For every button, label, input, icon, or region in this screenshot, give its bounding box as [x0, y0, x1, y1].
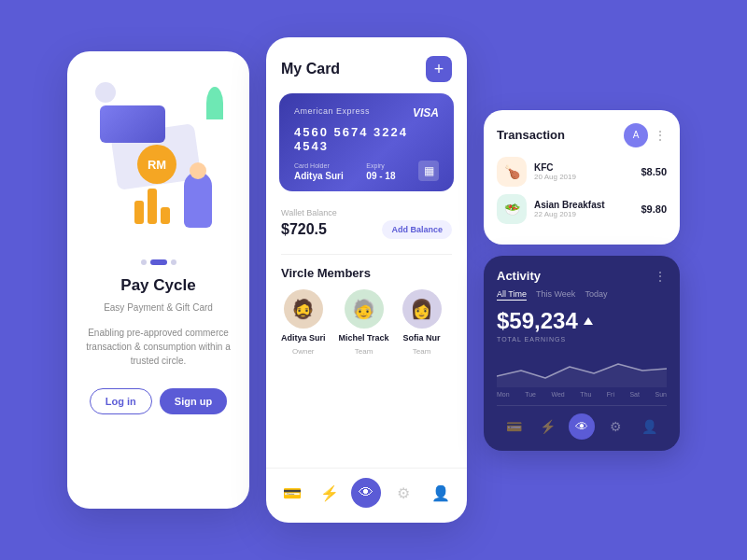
wallet-label: Wallet Balance	[281, 208, 452, 217]
day-sat: Sat	[629, 391, 640, 398]
activity-header: Activity ⋮	[497, 269, 667, 284]
mini-card-illustration	[100, 105, 165, 143]
day-thu: Thu	[580, 391, 591, 398]
member-role-3: Team	[413, 347, 431, 356]
activity-chart	[497, 350, 667, 387]
transaction-item-kfc: 🍗 KFC 20 Aug 2019 $8.50	[497, 157, 667, 187]
right-panel: Transaction A ⋮ 🍗 KFC 20 Aug 2019 $8.50 …	[484, 110, 680, 451]
member-name-1: Aditya Suri	[281, 333, 326, 343]
member-avatar-1: 🧔	[284, 289, 323, 329]
members-section: Vircle Members 🧔 Aditya Suri Owner 🧓 Mic…	[266, 260, 467, 365]
day-mon: Mon	[497, 391, 510, 398]
card-holder-name: Aditya Suri	[294, 171, 344, 181]
activity-menu-button[interactable]: ⋮	[654, 269, 667, 284]
signup-button[interactable]: Sign up	[160, 388, 227, 414]
day-wed: Wed	[551, 391, 564, 398]
member-name-3: Sofia Nur	[403, 333, 441, 343]
pay-cycle-subtitle: Easy Payment & Gift Card	[104, 301, 213, 315]
dot-3	[171, 259, 176, 265]
add-balance-button[interactable]: Add Balance	[382, 220, 452, 239]
txn-name-kfc: KFC	[534, 162, 633, 173]
chart-days: Mon Tue Wed Thu Fri Sat Sun	[497, 391, 667, 398]
activity-nav-profile[interactable]: 👤	[637, 413, 663, 440]
transaction-header: Transaction A ⋮	[497, 123, 667, 147]
qr-icon: ▦	[424, 164, 434, 177]
my-card-title: My Card	[281, 61, 340, 77]
card-number: 4560 5674 3224 4543	[294, 125, 439, 153]
member-item: 🧔 Aditya Suri Owner	[281, 289, 326, 356]
member-item: 🧓 Michel Track Team	[339, 289, 389, 356]
page-dots	[141, 259, 176, 265]
person-illustration	[184, 172, 212, 228]
pay-cycle-illustration: RM	[86, 77, 231, 250]
wallet-amount: $720.5	[281, 221, 327, 238]
activity-nav-pulse[interactable]: ⚡	[535, 413, 561, 440]
nav-profile-icon[interactable]: 👤	[426, 478, 456, 508]
activity-nav-bar: 💳 ⚡ 👁 ⚙ 👤	[497, 405, 667, 440]
dot-1	[141, 259, 147, 265]
activity-nav-card[interactable]: 💳	[500, 413, 527, 440]
txn-amount-asian: $9.80	[641, 203, 667, 215]
gear-illustration	[95, 82, 116, 103]
dot-2	[150, 259, 167, 265]
plant-illustration	[206, 87, 223, 119]
pay-cycle-buttons: Log in Sign up	[90, 388, 227, 414]
day-tue: Tue	[525, 391, 536, 398]
txn-amount-kfc: $8.50	[641, 166, 667, 177]
divider	[281, 254, 452, 255]
nav-card-icon[interactable]: 💳	[277, 478, 307, 508]
day-fri: Fri	[607, 391, 614, 398]
asian-icon: 🥗	[497, 194, 527, 224]
transaction-avatar: A	[624, 123, 648, 147]
wallet-section: Wallet Balance $720.5 Add Balance	[266, 204, 467, 248]
day-sun: Sun	[655, 391, 666, 398]
member-avatar-3: 👩	[402, 289, 442, 329]
my-card-header: My Card +	[266, 37, 467, 93]
card-network: VISA	[413, 106, 439, 119]
transaction-menu-button[interactable]: ⋮	[654, 128, 667, 143]
member-role-1: Owner	[292, 347, 315, 356]
card2-nav-bar: 💳 ⚡ 👁 ⚙ 👤	[266, 468, 467, 511]
card-qr-button[interactable]: ▦	[418, 161, 439, 181]
nav-activity-icon[interactable]: ⚡	[315, 478, 345, 508]
bar2-illustration	[148, 189, 157, 224]
member-name-2: Michel Track	[339, 333, 389, 343]
coin-illustration: RM	[137, 145, 176, 184]
bar3-illustration	[161, 207, 170, 224]
member-role-2: Team	[355, 347, 374, 356]
activity-amount: $59,234	[497, 308, 667, 334]
members-list: 🧔 Aditya Suri Owner 🧓 Michel Track Team …	[281, 289, 452, 356]
card-expiry-label: Expiry	[366, 162, 395, 169]
transaction-title: Transaction	[497, 128, 565, 142]
card-brand: American Express	[294, 106, 370, 116]
txn-name-asian: Asian Breakfast	[534, 200, 633, 210]
transaction-item-asian: 🥗 Asian Breakfast 22 Aug 2019 $9.80	[497, 194, 667, 224]
activity-title: Activity	[497, 269, 541, 283]
activity-tabs: All Time This Week Today	[497, 289, 667, 301]
credit-card: American Express VISA 4560 5674 3224 454…	[279, 93, 454, 191]
login-button[interactable]: Log in	[90, 388, 152, 414]
activity-nav-settings[interactable]: ⚙	[602, 413, 628, 440]
pay-cycle-screen: RM Pay Cycle Easy Payment & Gift Card En…	[67, 51, 249, 509]
add-card-button[interactable]: +	[426, 56, 452, 82]
pay-cycle-title: Pay Cycle	[120, 276, 195, 295]
members-title: Vircle Members	[281, 266, 452, 280]
txn-date-asian: 22 Aug 2019	[534, 210, 633, 218]
member-item: 👩 Sofia Nur Team	[402, 289, 442, 356]
card-holder-label: Card Holder	[294, 162, 344, 169]
tab-all-time[interactable]: All Time	[497, 289, 527, 301]
pay-cycle-description: Enabling pre-approved commerce transacti…	[84, 326, 233, 368]
activity-card: Activity ⋮ All Time This Week Today $59,…	[484, 256, 680, 451]
txn-date-kfc: 20 Aug 2019	[534, 173, 633, 181]
member-avatar-2: 🧓	[345, 289, 384, 329]
chart-svg	[497, 350, 667, 387]
kfc-icon: 🍗	[497, 157, 527, 187]
nav-settings-icon[interactable]: ⚙	[388, 478, 418, 508]
nav-home-icon[interactable]: 👁	[351, 478, 381, 508]
card-expiry-date: 09 - 18	[366, 171, 395, 181]
tab-this-week[interactable]: This Week	[536, 289, 575, 301]
activity-nav-home[interactable]: 👁	[569, 413, 595, 440]
earnings-label: TOTAL EARNINGS	[497, 336, 667, 343]
tab-today[interactable]: Today	[585, 289, 607, 301]
bar1-illustration	[134, 201, 144, 224]
